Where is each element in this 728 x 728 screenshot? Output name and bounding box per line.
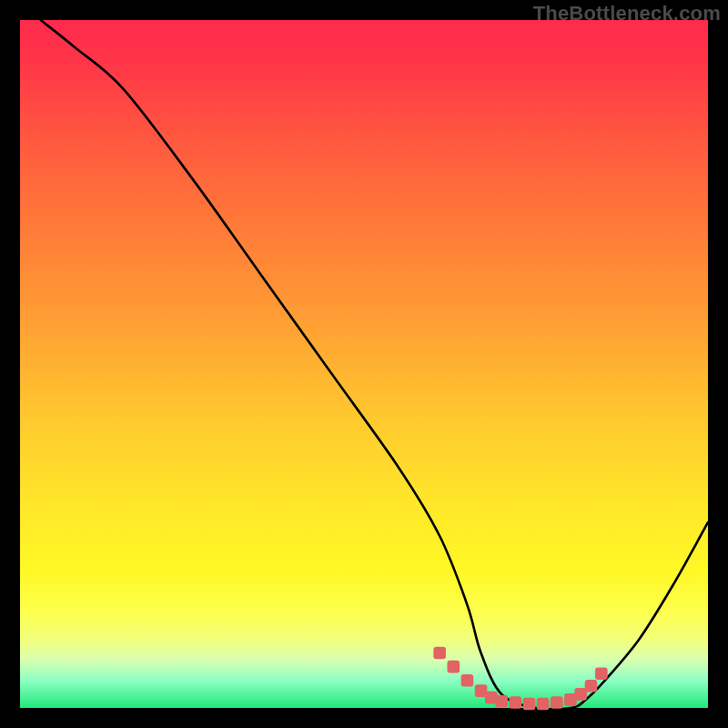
optimal-dot <box>495 695 508 708</box>
optimal-dot <box>595 667 608 680</box>
optimal-dot <box>523 698 536 711</box>
plot-area <box>20 20 708 708</box>
chart-outer: TheBottleneck.com <box>0 0 728 728</box>
watermark-text: TheBottleneck.com <box>533 2 721 25</box>
optimal-dots-group <box>433 647 607 711</box>
optimal-dot <box>461 674 474 687</box>
optimal-dot <box>433 647 446 660</box>
bottleneck-curve-line <box>41 20 708 709</box>
optimal-dot <box>510 696 522 709</box>
optimal-dot <box>537 698 550 711</box>
optimal-dot <box>585 680 598 693</box>
optimal-dot <box>551 696 563 709</box>
optimal-dot <box>447 661 460 673</box>
chart-svg <box>20 20 708 708</box>
